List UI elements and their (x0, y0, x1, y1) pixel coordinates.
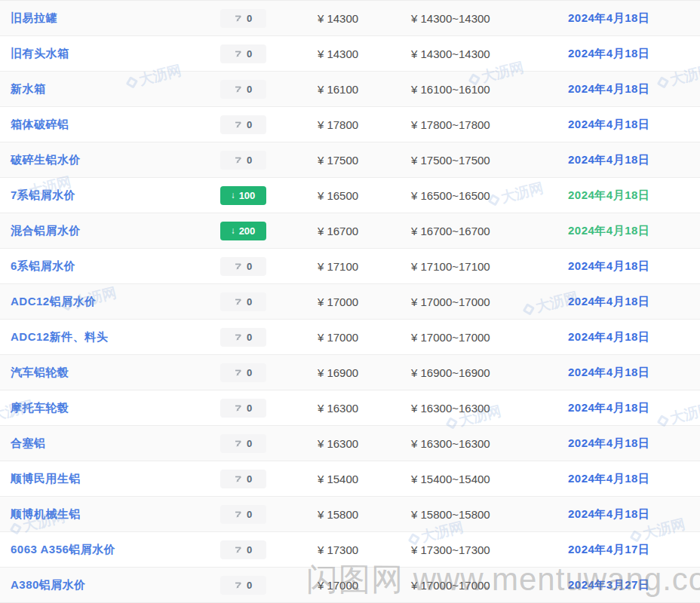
product-cell: 7系铝屑水价 (0, 188, 220, 203)
product-link[interactable]: 合塞铝 (11, 436, 46, 449)
product-link[interactable]: 6系铝屑水价 (11, 259, 75, 272)
date-cell: 2024年4月18日 (562, 82, 700, 96)
price-range: ¥ 15800~15800 (410, 508, 562, 521)
date-cell: 2024年4月18日 (562, 472, 700, 486)
date-link[interactable]: 2024年4月18日 (568, 330, 649, 343)
product-cell: 6系铝屑水价 (0, 259, 220, 274)
product-cell: 混合铝屑水价 (0, 224, 220, 238)
table-row: 6系铝屑水价 ↓ 0 ¥ 17100 ¥ 17100~17100 2024年4月… (0, 249, 700, 284)
change-value: 200 (239, 225, 256, 237)
table-row: 6063 A356铝屑水价 ↓ 0 ¥ 17300 ¥ 17300~17300 … (0, 532, 700, 568)
change-cell: ↓ 0 (220, 328, 266, 347)
price-value: ¥ 16700 (266, 225, 410, 237)
date-link[interactable]: 2024年4月18日 (568, 224, 649, 237)
date-link[interactable]: 2024年4月18日 (568, 259, 649, 272)
product-link[interactable]: 箱体破碎铝 (11, 118, 69, 130)
change-value: 0 (247, 13, 252, 24)
flat-arrow-icon (234, 297, 243, 306)
change-value: 0 (247, 473, 252, 485)
date-link[interactable]: 2024年4月18日 (568, 47, 649, 60)
price-value: ¥ 17000 (266, 295, 410, 308)
product-link[interactable]: 汽车铝轮毂 (11, 366, 69, 378)
price-value: ¥ 14300 (266, 12, 410, 25)
product-link[interactable]: 摩托车轮毂 (11, 401, 69, 414)
table-row: 旧易拉罐 ↓ 0 ¥ 14300 ¥ 14300~14300 2024年4月18… (0, 1, 700, 36)
price-value: ¥ 17300 (266, 543, 410, 556)
product-link[interactable]: 顺博民用生铝 (11, 472, 81, 485)
product-link[interactable]: 新水箱 (11, 82, 46, 95)
change-value: 100 (239, 190, 256, 201)
date-link[interactable]: 2024年4月18日 (568, 295, 649, 308)
date-link[interactable]: 2024年4月18日 (568, 118, 649, 130)
product-link[interactable]: ADC12新件、料头 (11, 330, 108, 343)
change-badge: ↓ 0 (220, 470, 266, 488)
date-cell: 2024年4月18日 (562, 295, 700, 309)
date-cell: 2024年4月17日 (562, 543, 700, 557)
flat-arrow-icon (234, 403, 243, 412)
change-cell: ↓ 0 (220, 115, 266, 134)
price-value: ¥ 17500 (266, 154, 410, 167)
date-cell: 2024年4月18日 (562, 153, 700, 167)
change-badge: ↓ 0 (220, 257, 266, 276)
change-value: 0 (247, 261, 252, 272)
product-link[interactable]: 旧有头水箱 (11, 47, 69, 60)
table-row: 合塞铝 ↓ 0 ¥ 16300 ¥ 16300~16300 2024年4月18日 (0, 426, 700, 461)
change-badge: ↓ 0 (220, 434, 266, 453)
change-cell: ↓ 0 (220, 576, 266, 595)
change-cell: ↓ 0 (220, 363, 266, 382)
change-value: 0 (247, 48, 252, 60)
change-value: 0 (247, 84, 252, 95)
table-row: ADC12铝屑水价 ↓ 0 ¥ 17000 ¥ 17000~17000 2024… (0, 284, 700, 320)
price-table-page: 旧易拉罐 ↓ 0 ¥ 14300 ¥ 14300~14300 2024年4月18… (0, 0, 700, 603)
date-link[interactable]: 2024年4月17日 (568, 543, 649, 556)
price-value: ¥ 15400 (266, 473, 410, 485)
product-cell: 摩托车轮毂 (0, 401, 220, 415)
change-value: 0 (247, 119, 252, 130)
date-link[interactable]: 2024年4月18日 (568, 82, 649, 95)
change-cell: ↓ 0 (220, 434, 266, 453)
change-cell: ↓ 0 (220, 9, 266, 28)
date-cell: 2024年4月18日 (562, 507, 700, 522)
price-value: ¥ 16300 (266, 402, 410, 415)
product-link[interactable]: A380铝屑水价 (11, 578, 86, 591)
flat-arrow-icon (234, 155, 243, 164)
table-row: 顺博民用生铝 ↓ 0 ¥ 15400 ¥ 15400~15400 2024年4月… (0, 461, 700, 497)
date-link[interactable]: 2024年4月18日 (568, 507, 649, 520)
price-range: ¥ 17000~17000 (410, 331, 562, 344)
date-link[interactable]: 2024年4月18日 (568, 401, 649, 414)
product-link[interactable]: 6063 A356铝屑水价 (11, 543, 115, 556)
flat-arrow-icon (234, 474, 243, 483)
change-badge: ↓ 0 (220, 399, 266, 418)
product-link[interactable]: 7系铝屑水价 (11, 188, 75, 201)
date-link[interactable]: 2024年4月18日 (568, 11, 649, 24)
product-link[interactable]: ADC12铝屑水价 (11, 295, 97, 308)
flat-arrow-icon (234, 510, 243, 519)
change-value: 0 (247, 296, 252, 308)
date-link[interactable]: 2024年4月18日 (568, 153, 649, 166)
change-badge: ↓ 0 (220, 80, 266, 99)
date-link[interactable]: 2024年4月18日 (568, 366, 649, 378)
price-range: ¥ 17000~17000 (410, 295, 562, 308)
price-range: ¥ 15400~15400 (410, 473, 562, 485)
date-link[interactable]: 2024年4月18日 (568, 472, 649, 485)
date-link[interactable]: 2024年3月27日 (568, 578, 649, 591)
price-value: ¥ 16100 (266, 83, 410, 96)
price-range: ¥ 17000~17000 (410, 579, 562, 592)
product-link[interactable]: 混合铝屑水价 (11, 224, 81, 237)
change-badge: ↓ 0 (220, 151, 266, 170)
date-link[interactable]: 2024年4月18日 (568, 436, 649, 449)
change-cell: ↓ 100 (220, 186, 266, 205)
date-link[interactable]: 2024年4月18日 (568, 188, 649, 201)
change-value: 0 (247, 438, 252, 449)
product-link[interactable]: 顺博机械生铝 (11, 507, 81, 520)
product-link[interactable]: 破碎生铝水价 (11, 153, 81, 166)
product-link[interactable]: 旧易拉罐 (11, 11, 57, 24)
product-cell: 旧有头水箱 (0, 47, 220, 61)
date-cell: 2024年4月18日 (562, 11, 700, 26)
table-row: 汽车铝轮毂 ↓ 0 ¥ 16900 ¥ 16900~16900 2024年4月1… (0, 355, 700, 390)
date-cell: 2024年4月18日 (562, 259, 700, 274)
table-row: 破碎生铝水价 ↓ 0 ¥ 17500 ¥ 17500~17500 2024年4月… (0, 142, 700, 178)
table-row: 7系铝屑水价 ↓ 100 ¥ 16500 ¥ 16500~16500 2024年… (0, 178, 700, 213)
price-range: ¥ 16100~16100 (410, 83, 562, 96)
price-value: ¥ 17000 (266, 331, 410, 344)
